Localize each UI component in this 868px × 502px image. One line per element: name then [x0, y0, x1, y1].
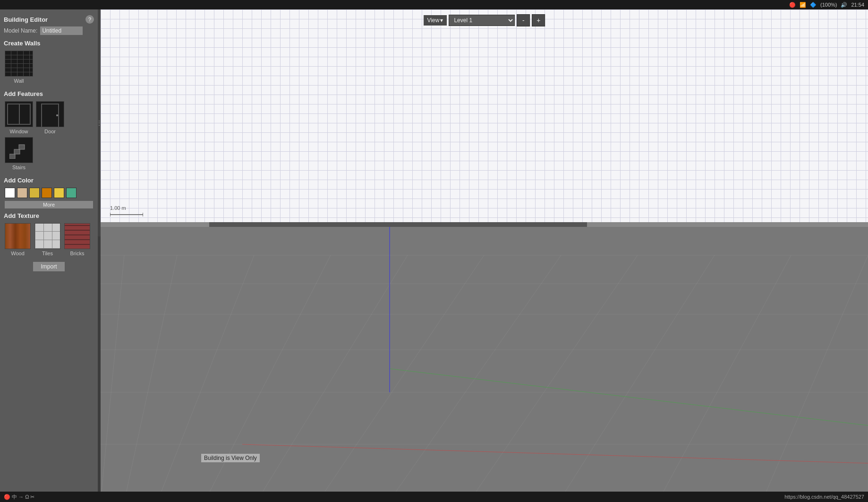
door-label: Door	[44, 129, 56, 134]
door-texture	[36, 102, 64, 127]
svg-line-14	[124, 255, 177, 502]
svg-line-21	[559, 255, 715, 502]
create-walls-title: Create Walls	[0, 37, 98, 49]
color-tan[interactable]	[17, 188, 27, 198]
color-white[interactable]	[5, 188, 15, 198]
wall-item[interactable]: Wall	[5, 51, 33, 84]
zoom-out-button[interactable]: -	[517, 14, 530, 26]
top-bar: 🔴 📶 🔷 (100%) 🔊 21:54	[0, 0, 868, 9]
create-walls-grid: Wall	[0, 49, 98, 87]
tiles-item[interactable]: Tiles	[34, 223, 60, 256]
scrollbar-2d-thumb[interactable]	[209, 222, 587, 227]
window-item[interactable]: Window	[5, 101, 33, 134]
battery-text: (100%)	[820, 2, 837, 8]
add-color-title: Add Color	[0, 174, 98, 186]
wood-item[interactable]: Wood	[5, 223, 31, 256]
wall-label: Wall	[14, 78, 24, 84]
stairs-label: Stairs	[12, 164, 26, 170]
left-panel: Building Editor ? Model Name: Create Wal…	[0, 9, 98, 502]
bottom-url: https://blog.csdn.net/qq_48427527	[784, 494, 864, 500]
panel-title: Building Editor	[4, 16, 48, 23]
svg-line-18	[318, 255, 484, 502]
wall-thumb	[5, 51, 33, 77]
svg-line-15	[157, 255, 254, 502]
bricks-label: Bricks	[70, 251, 85, 256]
canvas-3d[interactable]: Building is View Only	[101, 227, 868, 502]
bluetooth-icon: 🔷	[810, 2, 817, 8]
add-features-grid: Window Door Stairs	[0, 99, 98, 174]
scale-bar: 1.00 m	[110, 205, 143, 217]
svg-line-17	[256, 255, 408, 502]
color-teal[interactable]	[66, 188, 77, 198]
texture-items: Wood Tiles Bricks	[0, 221, 98, 260]
wood-label: Wood	[11, 251, 25, 256]
svg-line-13	[101, 255, 124, 502]
color-yellow-brown[interactable]	[29, 188, 40, 198]
svg-line-22	[658, 255, 791, 502]
svg-line-20	[469, 255, 638, 502]
stairs-item[interactable]: Stairs	[5, 137, 33, 170]
color-yellow[interactable]	[54, 188, 64, 198]
volume-icon: 🔊	[841, 2, 847, 8]
view-button[interactable]: View ▾	[424, 15, 447, 26]
scale-bar-svg	[110, 212, 143, 217]
window-label: Window	[9, 129, 28, 134]
more-colors-button[interactable]: More	[5, 201, 93, 208]
level-select[interactable]: Level 1	[449, 15, 515, 26]
svg-line-23	[762, 255, 868, 502]
door-item[interactable]: Door	[36, 101, 64, 134]
stairs-texture	[5, 138, 33, 163]
scale-label: 1.00 m	[110, 205, 126, 211]
model-name-label: Model Name:	[4, 27, 37, 34]
svg-rect-2	[19, 145, 25, 149]
bottom-bar: 🔴 中 → Ω ✂ https://blog.csdn.net/qq_48427…	[0, 492, 868, 502]
svg-line-29	[390, 369, 868, 425]
panel-header: Building Editor ?	[0, 13, 98, 25]
status-bar: Building is View Only	[201, 454, 260, 462]
wall-texture	[5, 51, 33, 76]
add-texture-title: Add Texture	[0, 209, 98, 221]
bricks-thumb	[64, 223, 90, 249]
tiles-label: Tiles	[42, 251, 53, 256]
status-message: Building is View Only	[204, 455, 257, 461]
window-thumb	[5, 101, 33, 127]
scrollbar-2d[interactable]	[101, 222, 868, 227]
color-swatches	[0, 186, 98, 200]
color-orange[interactable]	[42, 188, 52, 198]
svg-rect-0	[9, 154, 15, 159]
import-button[interactable]: Import	[33, 262, 64, 271]
view-label: View	[427, 17, 440, 24]
panel-divider[interactable]	[98, 9, 101, 236]
svg-line-16	[204, 255, 331, 502]
bottom-icons: 🔴 中 → Ω ✂	[4, 493, 34, 501]
stairs-thumb	[5, 137, 33, 163]
window-texture	[5, 102, 33, 127]
zoom-in-button[interactable]: +	[532, 14, 545, 26]
view-chevron-icon: ▾	[440, 17, 443, 24]
wifi-icon: 📶	[800, 2, 806, 8]
svg-line-28	[242, 444, 868, 463]
tiles-thumb	[34, 223, 60, 249]
help-button[interactable]: ?	[85, 15, 94, 24]
add-features-title: Add Features	[0, 87, 98, 99]
bricks-item[interactable]: Bricks	[64, 223, 90, 256]
time-display: 21:54	[851, 2, 864, 8]
2d-grid	[101, 9, 868, 227]
model-name-row: Model Name:	[0, 25, 98, 37]
model-name-input[interactable]	[40, 26, 83, 35]
canvas-2d[interactable]: View ▾ Level 1 - + 1.00 m	[101, 9, 868, 227]
door-thumb	[36, 101, 64, 127]
svg-rect-1	[14, 149, 20, 154]
sohu-icon: 🔴	[789, 2, 796, 8]
toolbar-2d: View ▾ Level 1 - +	[424, 14, 545, 26]
wood-thumb	[5, 223, 31, 249]
